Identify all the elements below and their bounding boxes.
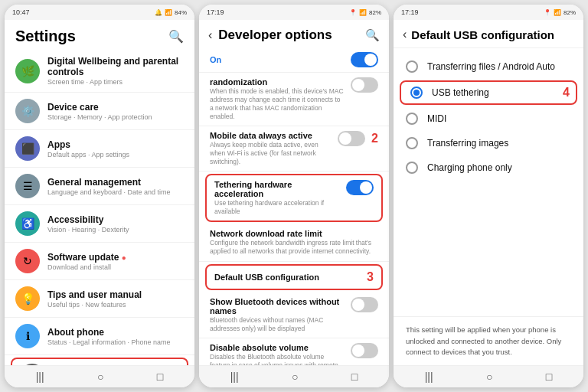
device-care-icon: ⚙️	[15, 99, 40, 123]
settings-item-accessibility[interactable]: ♿ Accessibility Vision · Hearing · Dexte…	[5, 205, 194, 243]
nav-bar-1: ||| ○ □	[5, 365, 194, 387]
usb-tethering-label: USB tethering	[432, 87, 489, 98]
settings-item-apps[interactable]: ⬛ Apps Default apps · App settings	[5, 130, 194, 168]
about-icon: ℹ	[15, 324, 40, 348]
disable-volume-option[interactable]: Disable absolute volume Disables the Blu…	[199, 338, 389, 365]
midi-label: MIDI	[427, 113, 446, 124]
radio-transferring-files[interactable]	[406, 60, 418, 73]
settings-item-general[interactable]: ☰ General management Language and keyboa…	[5, 168, 194, 205]
search-icon[interactable]: 🔍	[168, 29, 184, 44]
option-transferring-files[interactable]: Transferring files / Android Auto	[394, 54, 583, 79]
default-usb-option[interactable]: Default USB configuration 3	[205, 264, 383, 290]
about-text: About phone Status · Legal information ·…	[47, 327, 184, 346]
dev-options-list: On randomization When this mode is enabl…	[199, 47, 389, 365]
usb-header: ‹ Default USB configuration	[394, 20, 583, 48]
disable-volume-text: Disable absolute volume Disables the Blu…	[210, 343, 351, 365]
option-usb-tethering[interactable]: USB tethering 4	[400, 80, 577, 105]
show-bluetooth-text: Show Bluetooth devices without names Blu…	[210, 297, 351, 333]
status-bar-3: 17:19 📍 📶 82%	[394, 5, 583, 20]
tethering-accel-option[interactable]: Tethering hardware acceleration Use teth…	[205, 174, 383, 222]
mobile-data-option[interactable]: Mobile data always active Always keep mo…	[199, 126, 389, 172]
software-update-text: Software update ● Download and install	[47, 252, 184, 271]
usb-options-list: Transferring files / Android Auto USB te…	[394, 48, 583, 313]
show-bluetooth-toggle[interactable]	[351, 297, 378, 312]
settings-title: Settings	[15, 28, 76, 45]
apps-text: Apps Default apps · App settings	[47, 139, 184, 158]
option-transferring-images[interactable]: Transferring images	[394, 131, 583, 155]
back-arrow-2[interactable]: ‹	[208, 28, 212, 42]
nav-back-3[interactable]: |||	[425, 371, 433, 383]
dev-search-icon[interactable]: 🔍	[365, 28, 380, 42]
time-1: 10:47	[12, 8, 30, 16]
randomization-text: randomization When this mode is enabled,…	[210, 77, 351, 121]
radio-midi[interactable]	[406, 113, 418, 125]
nav-recent-1[interactable]: □	[157, 371, 163, 383]
apps-icon: ⬛	[15, 136, 40, 161]
on-label: On	[210, 55, 221, 64]
nav-home-3[interactable]: ○	[486, 371, 492, 383]
nav-back-1[interactable]: |||	[36, 371, 44, 383]
nav-recent-2[interactable]: □	[351, 371, 358, 383]
radio-usb-tethering[interactable]	[410, 87, 423, 99]
show-bluetooth-option[interactable]: Show Bluetooth devices without names Blu…	[199, 292, 389, 338]
tethering-accel-toggle[interactable]	[346, 180, 374, 195]
time-3: 17:19	[401, 8, 419, 16]
usb-config-title: Default USB configuration	[411, 28, 554, 41]
randomization-toggle[interactable]	[351, 77, 378, 93]
general-mgmt-icon: ☰	[15, 174, 40, 198]
back-arrow-3[interactable]: ‹	[403, 28, 407, 41]
radio-charging-only[interactable]	[406, 162, 418, 174]
status-icons-3: 📍 📶 82%	[544, 9, 576, 16]
device-care-text: Device care Storage · Memory · App prote…	[47, 102, 184, 121]
nav-bar-3: ||| ○ □	[394, 365, 583, 387]
randomization-option[interactable]: randomization When this mode is enabled,…	[199, 73, 389, 126]
digital-wellbeing-icon: 🌿	[15, 59, 40, 83]
dev-options-title: Developer options	[218, 28, 359, 43]
settings-item-developer-options[interactable]: ⚙ Developer options Developer options 1	[11, 358, 188, 365]
settings-item-software-update[interactable]: ↻ Software update ● Download and install	[5, 243, 194, 280]
settings-list: 🌿 Digital Wellbeing and parental control…	[5, 50, 194, 365]
transferring-images-label: Transferring images	[427, 138, 508, 149]
usb-config-panel: 17:19 📍 📶 82% ‹ Default USB configuratio…	[394, 5, 583, 387]
status-icons-1: 🔔 📶 84%	[155, 9, 187, 16]
developer-screen: ‹ Developer options 🔍 On randomization W…	[199, 20, 389, 365]
settings-header: Settings 🔍	[5, 20, 194, 50]
accessibility-text: Accessibility Vision · Hearing · Dexteri…	[47, 214, 184, 234]
on-toggle-row[interactable]: On	[199, 47, 389, 73]
nav-home-1[interactable]: ○	[97, 371, 103, 383]
radio-transferring-images[interactable]	[406, 137, 418, 149]
dev-header: ‹ Developer options 🔍	[199, 20, 389, 47]
usb-note: This setting will be applied when your p…	[394, 316, 583, 365]
disable-volume-toggle[interactable]	[351, 343, 378, 358]
settings-screen: Settings 🔍 🌿 Digital Wellbeing and paren…	[5, 20, 194, 365]
settings-item-device-care[interactable]: ⚙️ Device care Storage · Memory · App pr…	[5, 93, 194, 130]
time-2: 17:19	[207, 8, 224, 16]
transferring-files-label: Transferring files / Android Auto	[427, 61, 555, 72]
status-bar-2: 17:19 📍 📶 82%	[199, 5, 389, 20]
step-4-badge: 4	[563, 86, 570, 100]
digital-wellbeing-text: Digital Wellbeing and parental controls …	[47, 56, 184, 86]
software-update-icon: ↻	[15, 249, 40, 273]
tethering-accel-text: Tethering hardware acceleration Use teth…	[214, 180, 346, 216]
nav-bar-2: ||| ○ □	[199, 365, 389, 387]
mobile-data-toggle[interactable]	[338, 131, 365, 146]
option-midi[interactable]: MIDI	[394, 106, 583, 131]
settings-item-digital-wellbeing[interactable]: 🌿 Digital Wellbeing and parental control…	[5, 50, 194, 93]
accessibility-icon: ♿	[15, 211, 40, 236]
option-charging-only[interactable]: Charging phone only	[394, 155, 583, 180]
settings-panel: 10:47 🔔 📶 84% Settings 🔍 🌿 Digital Wellb…	[5, 5, 194, 387]
mobile-data-text: Mobile data always active Always keep mo…	[210, 131, 338, 166]
nav-home-2[interactable]: ○	[292, 371, 298, 383]
step-2-badge: 2	[371, 132, 378, 145]
network-limit-option[interactable]: Network download rate limit Configure th…	[199, 224, 389, 261]
tips-icon: 💡	[15, 286, 40, 311]
nav-back-2[interactable]: |||	[230, 371, 239, 383]
usb-config-screen: ‹ Default USB configuration Transferring…	[394, 20, 583, 365]
developer-options-panel: 17:19 📍 📶 82% ‹ Developer options 🔍 On r…	[199, 5, 389, 387]
nav-recent-3[interactable]: □	[546, 371, 552, 383]
status-icons-2: 📍 📶 82%	[349, 9, 381, 16]
settings-item-tips[interactable]: 💡 Tips and user manual Useful tips · New…	[5, 280, 194, 318]
settings-item-about[interactable]: ℹ About phone Status · Legal information…	[5, 318, 194, 355]
charging-only-label: Charging phone only	[427, 162, 512, 173]
on-toggle[interactable]	[351, 52, 378, 67]
